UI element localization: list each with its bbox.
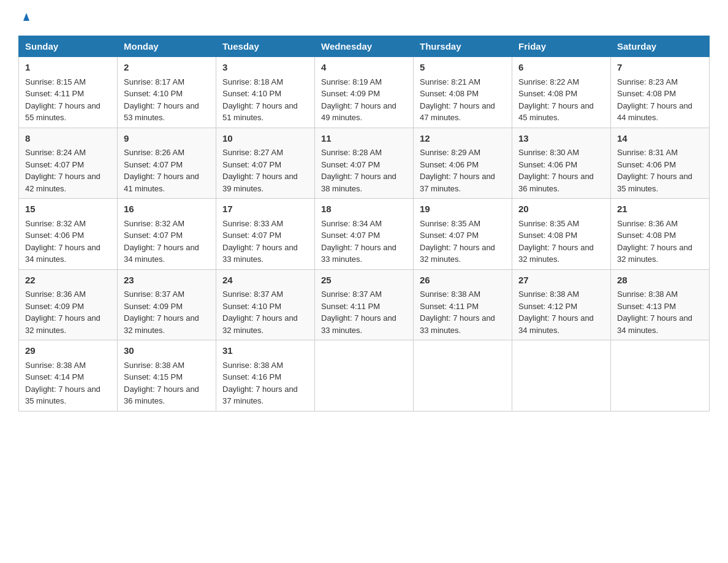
sunset-info: Sunset: 4:08 PM bbox=[617, 89, 676, 98]
sunrise-info: Sunrise: 8:35 AM bbox=[420, 219, 480, 228]
day-number: 7 bbox=[617, 61, 703, 75]
calendar-table: SundayMondayTuesdayWednesdayThursdayFrid… bbox=[18, 36, 710, 412]
sunrise-info: Sunrise: 8:37 AM bbox=[222, 289, 283, 299]
sunset-info: Sunset: 4:07 PM bbox=[124, 160, 183, 169]
daylight-info: Daylight: 7 hours and 32 minutes. bbox=[124, 313, 199, 335]
day-number: 23 bbox=[124, 274, 210, 288]
calendar-week-row: 8 Sunrise: 8:24 AM Sunset: 4:07 PM Dayli… bbox=[19, 128, 710, 199]
sunrise-info: Sunrise: 8:29 AM bbox=[420, 148, 480, 157]
sunrise-info: Sunrise: 8:38 AM bbox=[420, 289, 480, 299]
calendar-cell: 10 Sunrise: 8:27 AM Sunset: 4:07 PM Dayl… bbox=[216, 128, 315, 199]
sunrise-info: Sunrise: 8:36 AM bbox=[25, 289, 86, 299]
calendar-cell: 17 Sunrise: 8:33 AM Sunset: 4:07 PM Dayl… bbox=[216, 199, 315, 270]
header-row: SundayMondayTuesdayWednesdayThursdayFrid… bbox=[19, 36, 710, 57]
header-cell-tuesday: Tuesday bbox=[216, 36, 315, 57]
day-number: 14 bbox=[617, 132, 703, 146]
calendar-cell: 14 Sunrise: 8:31 AM Sunset: 4:06 PM Dayl… bbox=[611, 128, 710, 199]
calendar-cell: 19 Sunrise: 8:35 AM Sunset: 4:07 PM Dayl… bbox=[414, 199, 512, 270]
day-number: 31 bbox=[222, 344, 308, 358]
sunrise-info: Sunrise: 8:38 AM bbox=[518, 289, 579, 299]
day-number: 4 bbox=[321, 61, 407, 75]
logo bbox=[18, 12, 33, 23]
calendar-week-row: 1 Sunrise: 8:15 AM Sunset: 4:11 PM Dayli… bbox=[19, 57, 710, 128]
sunset-info: Sunset: 4:08 PM bbox=[518, 89, 577, 98]
sunrise-info: Sunrise: 8:38 AM bbox=[222, 361, 283, 370]
calendar-cell: 7 Sunrise: 8:23 AM Sunset: 4:08 PM Dayli… bbox=[611, 57, 710, 128]
calendar-cell: 28 Sunrise: 8:38 AM Sunset: 4:13 PM Dayl… bbox=[611, 269, 710, 340]
day-number: 28 bbox=[617, 274, 703, 288]
sunrise-info: Sunrise: 8:35 AM bbox=[518, 219, 579, 228]
sunrise-info: Sunrise: 8:38 AM bbox=[617, 289, 678, 299]
header-cell-monday: Monday bbox=[118, 36, 216, 57]
day-number: 10 bbox=[222, 132, 308, 146]
day-number: 1 bbox=[25, 61, 111, 75]
day-number: 3 bbox=[222, 61, 308, 75]
day-number: 15 bbox=[25, 202, 111, 216]
sunrise-info: Sunrise: 8:24 AM bbox=[25, 148, 86, 157]
day-number: 21 bbox=[617, 202, 703, 216]
sunrise-info: Sunrise: 8:38 AM bbox=[124, 361, 184, 370]
day-number: 18 bbox=[321, 202, 407, 216]
sunset-info: Sunset: 4:06 PM bbox=[420, 160, 479, 169]
daylight-info: Daylight: 7 hours and 32 minutes. bbox=[518, 243, 594, 264]
svg-marker-0 bbox=[23, 13, 29, 21]
sunset-info: Sunset: 4:07 PM bbox=[25, 160, 84, 169]
daylight-info: Daylight: 7 hours and 35 minutes. bbox=[25, 385, 100, 406]
calendar-cell bbox=[414, 340, 512, 412]
calendar-cell: 2 Sunrise: 8:17 AM Sunset: 4:10 PM Dayli… bbox=[118, 57, 216, 128]
sunset-info: Sunset: 4:10 PM bbox=[124, 89, 183, 98]
sunrise-info: Sunrise: 8:34 AM bbox=[321, 219, 382, 228]
day-number: 27 bbox=[518, 274, 604, 288]
sunset-info: Sunset: 4:07 PM bbox=[420, 231, 479, 240]
day-number: 12 bbox=[420, 132, 506, 146]
sunset-info: Sunset: 4:16 PM bbox=[222, 372, 281, 381]
sunrise-info: Sunrise: 8:37 AM bbox=[124, 289, 184, 299]
daylight-info: Daylight: 7 hours and 33 minutes. bbox=[420, 313, 495, 335]
day-number: 13 bbox=[518, 132, 604, 146]
daylight-info: Daylight: 7 hours and 36 minutes. bbox=[124, 385, 199, 406]
calendar-cell: 4 Sunrise: 8:19 AM Sunset: 4:09 PM Dayli… bbox=[315, 57, 414, 128]
sunset-info: Sunset: 4:09 PM bbox=[25, 302, 84, 311]
sunrise-info: Sunrise: 8:15 AM bbox=[25, 77, 86, 86]
sunrise-info: Sunrise: 8:36 AM bbox=[617, 219, 678, 228]
day-number: 16 bbox=[124, 202, 210, 216]
daylight-info: Daylight: 7 hours and 36 minutes. bbox=[518, 172, 594, 193]
header-cell-saturday: Saturday bbox=[611, 36, 710, 57]
sunset-info: Sunset: 4:10 PM bbox=[222, 302, 281, 311]
daylight-info: Daylight: 7 hours and 39 minutes. bbox=[222, 172, 298, 193]
day-number: 11 bbox=[321, 132, 407, 146]
day-number: 9 bbox=[124, 132, 210, 146]
day-number: 17 bbox=[222, 202, 308, 216]
daylight-info: Daylight: 7 hours and 47 minutes. bbox=[420, 101, 495, 123]
daylight-info: Daylight: 7 hours and 42 minutes. bbox=[25, 172, 100, 193]
calendar-cell: 27 Sunrise: 8:38 AM Sunset: 4:12 PM Dayl… bbox=[512, 269, 611, 340]
sunset-info: Sunset: 4:07 PM bbox=[222, 231, 281, 240]
daylight-info: Daylight: 7 hours and 32 minutes. bbox=[617, 243, 692, 264]
sunset-info: Sunset: 4:14 PM bbox=[25, 372, 84, 381]
sunrise-info: Sunrise: 8:31 AM bbox=[617, 148, 678, 157]
calendar-cell: 6 Sunrise: 8:22 AM Sunset: 4:08 PM Dayli… bbox=[512, 57, 611, 128]
sunrise-info: Sunrise: 8:19 AM bbox=[321, 77, 382, 86]
calendar-cell: 3 Sunrise: 8:18 AM Sunset: 4:10 PM Dayli… bbox=[216, 57, 315, 128]
sunset-info: Sunset: 4:08 PM bbox=[518, 231, 577, 240]
sunset-info: Sunset: 4:10 PM bbox=[222, 89, 281, 98]
calendar-cell: 26 Sunrise: 8:38 AM Sunset: 4:11 PM Dayl… bbox=[414, 269, 512, 340]
daylight-info: Daylight: 7 hours and 33 minutes. bbox=[321, 313, 396, 335]
day-number: 20 bbox=[518, 202, 604, 216]
header-cell-wednesday: Wednesday bbox=[315, 36, 414, 57]
sunrise-info: Sunrise: 8:27 AM bbox=[222, 148, 283, 157]
calendar-cell: 30 Sunrise: 8:38 AM Sunset: 4:15 PM Dayl… bbox=[118, 340, 216, 412]
calendar-body: 1 Sunrise: 8:15 AM Sunset: 4:11 PM Dayli… bbox=[19, 57, 710, 412]
daylight-info: Daylight: 7 hours and 34 minutes. bbox=[518, 313, 594, 335]
calendar-cell: 20 Sunrise: 8:35 AM Sunset: 4:08 PM Dayl… bbox=[512, 199, 611, 270]
calendar-cell: 18 Sunrise: 8:34 AM Sunset: 4:07 PM Dayl… bbox=[315, 199, 414, 270]
sunset-info: Sunset: 4:11 PM bbox=[321, 302, 380, 311]
sunset-info: Sunset: 4:06 PM bbox=[617, 160, 676, 169]
calendar-cell: 16 Sunrise: 8:32 AM Sunset: 4:07 PM Dayl… bbox=[118, 199, 216, 270]
daylight-info: Daylight: 7 hours and 33 minutes. bbox=[222, 243, 298, 264]
daylight-info: Daylight: 7 hours and 34 minutes. bbox=[617, 313, 692, 335]
calendar-cell bbox=[315, 340, 414, 412]
sunrise-info: Sunrise: 8:21 AM bbox=[420, 77, 480, 86]
sunrise-info: Sunrise: 8:17 AM bbox=[124, 77, 184, 86]
daylight-info: Daylight: 7 hours and 32 minutes. bbox=[222, 313, 298, 335]
